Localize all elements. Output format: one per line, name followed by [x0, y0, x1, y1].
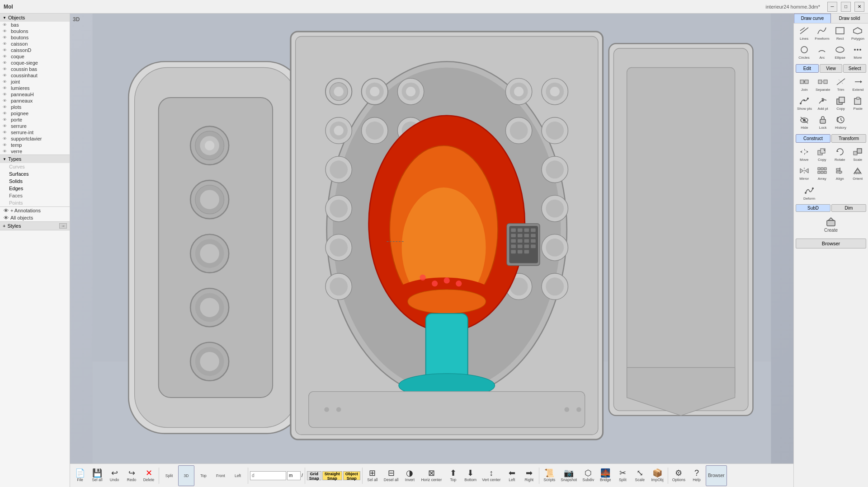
type-item-faces[interactable]: Faces — [0, 192, 70, 199]
select-tab[interactable]: Select — [843, 64, 866, 73]
array-tool[interactable]: Array — [814, 164, 831, 183]
copy-tool[interactable]: Copy — [832, 94, 849, 112]
list-item[interactable]: 👁supportclavier — [0, 136, 70, 142]
invert-button[interactable]: ◑ Invert — [401, 465, 418, 486]
list-item[interactable]: 👁porte — [0, 117, 70, 123]
list-item[interactable]: 👁coque — [0, 53, 70, 60]
add-pt-tool[interactable]: Add pt — [814, 94, 831, 112]
all-objects-item[interactable]: 👁 All objects — [0, 214, 70, 221]
type-item-edges[interactable]: Edges — [0, 185, 70, 192]
grid-snap-button[interactable]: GridSnap — [307, 471, 321, 480]
transform-tab[interactable]: Transform — [831, 134, 866, 143]
list-item[interactable]: 👁boulons — [0, 28, 70, 34]
split-button[interactable]: Split — [161, 465, 177, 486]
close-button[interactable]: ✕ — [854, 2, 864, 12]
list-item[interactable]: 👁coque-siege — [0, 60, 70, 66]
list-item[interactable]: 👁bas — [0, 22, 70, 28]
freeform-tool[interactable]: Freeform — [813, 24, 830, 42]
styles-arrow-icon[interactable]: → — [59, 223, 67, 229]
objects-header[interactable]: ▼ Objects — [0, 14, 70, 22]
type-item-surfaces[interactable]: Surfaces — [0, 170, 70, 178]
list-item[interactable]: 👁lumieres — [0, 85, 70, 91]
type-item-points[interactable]: Points — [0, 199, 70, 206]
list-item[interactable]: 👁plots — [0, 104, 70, 110]
move-tool[interactable]: Move — [796, 145, 813, 164]
lock-tool[interactable]: Lock — [814, 113, 831, 131]
arc-tool[interactable]: Arc — [813, 43, 830, 61]
type-item-curves[interactable]: Curves — [0, 163, 70, 170]
subdiv-button[interactable]: ⬡ Subdiv — [580, 465, 596, 486]
unit-input[interactable] — [287, 471, 301, 480]
lines-tool[interactable]: Lines — [796, 24, 812, 42]
desel-all-button[interactable]: ⊟ Desel all — [382, 465, 401, 486]
list-item[interactable]: 👁caissonD — [0, 47, 70, 53]
extend-tool[interactable]: Extend — [850, 75, 866, 94]
ellipse-tool[interactable]: Ellipse — [832, 43, 849, 61]
object-snap-button[interactable]: ObjectSnap — [343, 471, 360, 480]
bottom-button[interactable]: ⬇ Bottom — [462, 465, 479, 486]
orient-tool[interactable]: Orient — [849, 164, 867, 183]
left2-button[interactable]: ⬅ Left — [504, 465, 520, 486]
rect-tool[interactable]: Rect — [832, 24, 849, 42]
split2-button[interactable]: ✂ Split — [614, 465, 631, 486]
scripts-button[interactable]: 📜 Scripts — [541, 465, 557, 486]
vert-center-button[interactable]: ↕ Vert center — [480, 465, 503, 486]
draw-curve-tab[interactable]: Draw curve — [794, 14, 831, 23]
redo-button[interactable]: ↪ Redo — [123, 465, 140, 486]
list-item[interactable]: 👁poignee — [0, 110, 70, 117]
subd-button[interactable]: SubD — [796, 204, 830, 212]
delete-button[interactable]: ✕ Delete — [141, 465, 157, 486]
help-button[interactable]: ? Help — [689, 465, 705, 486]
separate-tool[interactable]: Separate — [814, 75, 831, 94]
straight-snap-button[interactable]: StraightSnap — [322, 471, 342, 480]
history-tool[interactable]: History — [832, 113, 849, 131]
align-tool[interactable]: Align — [831, 164, 849, 183]
horiz-center-button[interactable]: ⊠ Horiz center — [419, 465, 444, 486]
list-item[interactable]: 👁coussin bas — [0, 66, 70, 72]
minimize-button[interactable]: ─ — [827, 2, 837, 12]
options-button[interactable]: ⚙ Options — [670, 465, 688, 486]
list-item[interactable]: 👁coussinhaut — [0, 72, 70, 79]
sel-all-button[interactable]: ⊞ Sel all — [364, 465, 381, 486]
list-item[interactable]: 👁panneauH — [0, 91, 70, 98]
snapshot-button[interactable]: 📷 Snapshot — [558, 465, 579, 486]
list-item[interactable]: 👁caisson — [0, 41, 70, 47]
types-header[interactable]: ▼ Types — [0, 155, 70, 163]
paste-tool[interactable]: Paste — [850, 94, 866, 112]
right-button[interactable]: ➡ Right — [521, 465, 537, 486]
browser-panel-button[interactable]: Browser — [796, 239, 866, 248]
edit-tab[interactable]: Edit — [796, 64, 819, 73]
more-tool[interactable]: More — [849, 43, 866, 61]
viewport-3d[interactable]: 3D — [70, 14, 793, 464]
deform-tool[interactable]: Deform — [796, 184, 823, 202]
scale-tool[interactable]: Scale — [849, 145, 867, 164]
left-view-button[interactable]: Left — [230, 465, 246, 486]
trim-tool[interactable]: Trim — [832, 75, 849, 94]
browser-button[interactable]: Browser — [706, 465, 727, 486]
construct-tab[interactable]: Construct — [796, 134, 830, 143]
save-button[interactable]: 💾 Sel all — [89, 465, 105, 486]
hide-tool[interactable]: Hide — [796, 113, 813, 131]
create-button[interactable]: Create — [796, 215, 866, 235]
mirror-tool[interactable]: Mirror — [796, 164, 813, 183]
bridge-button[interactable]: 🌉 Bridge — [597, 465, 613, 486]
3d-view-button[interactable]: 3D — [178, 465, 194, 486]
undo-button[interactable]: ↩ Undo — [106, 465, 123, 486]
show-pts-tool[interactable]: Show pts — [796, 94, 813, 112]
circles-tool[interactable]: Circles — [796, 43, 812, 61]
rotate-tool[interactable]: Rotate — [831, 145, 849, 164]
polygon-tool[interactable]: Polygon — [849, 24, 866, 42]
top-view-button[interactable]: Top — [195, 465, 212, 486]
top2-button[interactable]: ⬆ Top — [445, 465, 461, 486]
type-item-solids[interactable]: Solids — [0, 178, 70, 185]
impobj-button[interactable]: 📦 ImpObj — [649, 465, 665, 486]
join-tool[interactable]: Join — [796, 75, 813, 94]
list-item[interactable]: 👁serrure — [0, 123, 70, 129]
draw-solid-tab[interactable]: Draw solid — [831, 14, 868, 23]
list-item[interactable]: 👁panneaux — [0, 98, 70, 104]
viewport[interactable]: 3D — [70, 14, 793, 464]
list-item[interactable]: 👁verre — [0, 148, 70, 155]
scale-button[interactable]: ⤡ Scale — [632, 465, 648, 486]
copy2-tool[interactable]: Copy — [814, 145, 831, 164]
command-input[interactable] — [250, 471, 286, 480]
